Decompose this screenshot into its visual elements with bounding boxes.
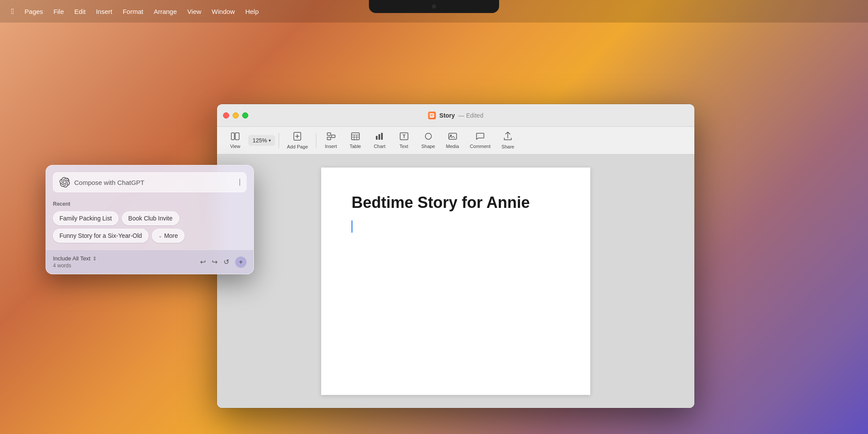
include-all-text-label: Include All Text: [53, 255, 90, 262]
table-icon: [351, 132, 360, 142]
svg-rect-1: [431, 114, 434, 115]
chatgpt-bottom-bar: Include All Text ⇕ 4 words ↩ ↪ ↺ +: [46, 250, 253, 274]
toolbar-divider-2: [316, 133, 316, 148]
comment-icon: [476, 132, 484, 142]
toolbar-chart-button[interactable]: Chart: [368, 130, 391, 151]
shape-label: Shape: [421, 144, 435, 149]
bottom-actions: ↩ ↪ ↺ +: [200, 256, 247, 268]
document-area: Bedtime Story for Annie: [217, 155, 694, 408]
media-label: Media: [446, 144, 459, 149]
camera-notch: [369, 0, 499, 13]
svg-text:T: T: [402, 134, 405, 139]
toolbar-text-button[interactable]: T Text: [393, 130, 415, 151]
add-icon-symbol: +: [239, 258, 243, 266]
compose-input-row[interactable]: Compose with ChatGPT: [53, 172, 247, 192]
svg-rect-2: [431, 115, 433, 115]
recent-chips-container: Family Packing List Book Club Invite Fun…: [53, 211, 247, 243]
recent-label: Recent: [53, 201, 247, 207]
menu-help[interactable]: Help: [241, 6, 263, 17]
menu-format[interactable]: Format: [118, 6, 148, 17]
toolbar-table-button[interactable]: Table: [344, 130, 367, 151]
compose-cursor: [240, 179, 240, 186]
undo-button[interactable]: ↩: [200, 258, 206, 266]
recent-chip-book-club[interactable]: Book Club Invite: [122, 211, 179, 225]
svg-rect-19: [381, 133, 383, 140]
add-page-label: Add Page: [287, 144, 308, 149]
menu-window[interactable]: Window: [207, 6, 239, 17]
redo-button[interactable]: ↪: [212, 258, 217, 266]
window-title: Story — Edited: [428, 112, 483, 119]
shape-icon: [424, 132, 433, 142]
chart-icon: [375, 132, 384, 142]
view-icon: [231, 132, 240, 142]
toolbar-shape-button[interactable]: Shape: [417, 130, 440, 151]
apple-menu[interactable]: : [7, 5, 19, 18]
more-button[interactable]: ⌄ More: [152, 229, 184, 243]
toolbar-media-button[interactable]: Media: [441, 130, 464, 151]
svg-point-24: [450, 135, 452, 136]
menu-pages[interactable]: Pages: [20, 6, 48, 17]
insert-icon: [327, 132, 335, 142]
table-label: Table: [349, 144, 361, 149]
compose-input-area: Compose with ChatGPT: [46, 165, 253, 199]
menu-view[interactable]: View: [183, 6, 206, 17]
svg-rect-10: [327, 137, 331, 140]
media-icon: [448, 132, 457, 142]
toolbar-view-button[interactable]: View: [224, 130, 247, 151]
recent-section: Recent Family Packing List Book Club Inv…: [46, 199, 253, 250]
maximize-button[interactable]: [242, 112, 248, 118]
pages-app-icon: [428, 112, 436, 119]
chatgpt-logo-icon: [59, 177, 70, 187]
include-arrows-icon: ⇕: [92, 256, 97, 262]
svg-point-22: [425, 133, 431, 139]
document-page[interactable]: Bedtime Story for Annie: [321, 168, 590, 395]
svg-rect-23: [449, 133, 457, 139]
camera-dot: [432, 4, 436, 9]
svg-rect-17: [376, 136, 378, 140]
document-title-text: Story: [439, 112, 455, 119]
share-label: Share: [502, 144, 514, 149]
more-label: More: [164, 232, 178, 239]
refresh-button[interactable]: ↺: [224, 258, 229, 266]
zoom-value: 125%: [253, 137, 267, 144]
compose-placeholder-text[interactable]: Compose with ChatGPT: [74, 179, 235, 186]
document-edited-status: — Edited: [458, 112, 483, 119]
pages-window: Story — Edited View 125% ▾: [217, 104, 694, 408]
svg-rect-12: [352, 133, 359, 140]
toolbar-share-button[interactable]: Share: [496, 129, 519, 152]
insert-label: Insert: [325, 144, 337, 149]
text-label: Text: [399, 144, 408, 149]
svg-rect-5: [235, 133, 239, 140]
add-button[interactable]: +: [235, 256, 247, 268]
menu-edit[interactable]: Edit: [70, 6, 90, 17]
toolbar-comment-button[interactable]: Comment: [466, 130, 495, 151]
zoom-chevron-icon: ▾: [269, 138, 271, 143]
toolbar-add-page-button[interactable]: Add Page: [283, 129, 312, 152]
document-heading: Bedtime Story for Annie: [352, 194, 560, 212]
share-icon: [504, 132, 512, 143]
svg-rect-18: [378, 134, 380, 140]
menu-insert[interactable]: Insert: [92, 6, 117, 17]
window-toolbar: View 125% ▾ Add Page: [217, 127, 694, 155]
svg-rect-11: [332, 135, 335, 138]
view-label: View: [230, 144, 240, 149]
zoom-control[interactable]: 125% ▾: [248, 135, 275, 146]
menu-file[interactable]: File: [49, 6, 68, 17]
close-button[interactable]: [223, 112, 229, 118]
chatgpt-compose-panel: Compose with ChatGPT Recent Family Packi…: [46, 165, 254, 274]
menu-arrange[interactable]: Arrange: [149, 6, 181, 17]
recent-chip-funny-story[interactable]: Funny Story for a Six-Year-Old: [53, 229, 148, 243]
chevron-down-icon: ⌄: [158, 233, 162, 238]
include-all-text-control[interactable]: Include All Text ⇕: [53, 255, 97, 262]
word-count-label: 4 words: [53, 263, 97, 269]
toolbar-insert-button[interactable]: Insert: [320, 130, 342, 151]
chart-label: Chart: [374, 144, 385, 149]
add-page-icon: [293, 132, 301, 143]
window-titlebar: Story — Edited: [217, 104, 694, 127]
recent-chip-family-packing[interactable]: Family Packing List: [53, 211, 118, 225]
toolbar-divider-1: [279, 133, 279, 148]
text-icon: T: [400, 132, 408, 142]
comment-label: Comment: [470, 144, 491, 149]
svg-rect-4: [231, 133, 234, 140]
minimize-button[interactable]: [233, 112, 239, 118]
